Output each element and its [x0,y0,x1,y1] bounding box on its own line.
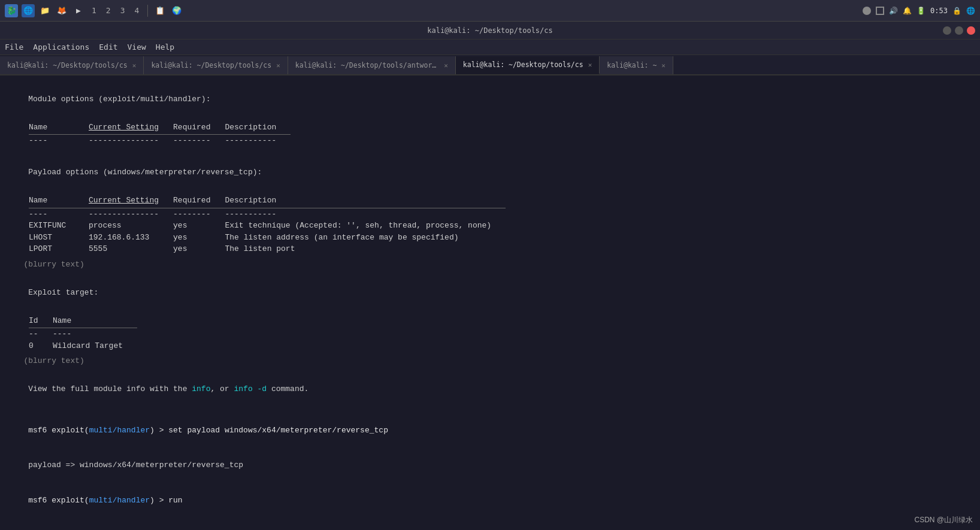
window-title: kali@kali: ~/Desktop/tools/cs [427,26,553,35]
th-etname: Name [53,315,137,328]
exitfunc-required: yes [173,220,225,232]
menu-edit[interactable]: Edit [99,43,117,52]
lport-required: yes [173,243,225,255]
table-row: EXITFUNC process yes Exit technique (Acc… [29,220,506,232]
term-started1: [*] Started reverse TCP handler on 192.1… [10,520,970,531]
td-required-dash: -------- [173,135,225,147]
tab-3[interactable]: kali@kali: ~/Desktop/tools/antword/AntSw… [288,56,456,74]
term-cmd2-suffix: ) > run [150,496,183,505]
tab-5-label: kali@kali: ~ [607,61,657,69]
tab-1-close[interactable]: ✕ [132,62,137,69]
exitfunc-name: EXITFUNC [29,220,89,232]
term-cmd2: msf6 exploit(multi/handler) > run [10,483,970,518]
td-desc-dash2: ----------- [225,208,506,220]
th2-name: Name [29,195,89,208]
menu-file[interactable]: File [5,43,23,52]
lhost-required: yes [173,232,225,244]
term-payload-options-header: Payload options (windows/meterpreter/rev… [10,155,970,190]
th2-required: Required [173,195,225,208]
taskbar-right: 🔊 🔔 🔋 0:53 🔒 🌐 [863,7,975,15]
term-handler-2: multi/handler [89,496,150,505]
lhost-desc: The listen address (an interface may be … [225,232,506,244]
et-id-dash: -- [29,328,53,340]
tab-1-label: kali@kali: ~/Desktop/tools/cs [7,61,128,69]
table-row: LHOST 192.168.6.133 yes The listen addre… [29,232,506,244]
td-name-dash2: ---- [29,208,89,220]
payload-options-table: Name Current Setting Required Descriptio… [29,195,506,255]
term-blurred-line: (blurry text) [10,259,970,271]
tab-3-label: kali@kali: ~/Desktop/tools/antword/AntSw… [295,61,439,69]
term-msf6-1: msf6 exploit( [28,426,89,435]
app-icon-kali[interactable]: 🐉 [5,4,18,17]
app-icon-ff2[interactable]: 🌍 [170,4,183,17]
exitfunc-setting: process [89,220,173,232]
minimize-button[interactable] [943,26,951,35]
th-name: Name [29,122,89,135]
td-setting-dash2: --------------- [89,208,173,220]
term-cmd1: msf6 exploit(multi/handler) > set payloa… [10,413,970,448]
lport-setting: 5555 [89,243,173,255]
term-cmd1-suffix: ) > set payload windows/x64/meterpreter/… [150,426,388,435]
tab-5-close[interactable]: ✕ [661,62,666,69]
workspace-1[interactable]: 1 [89,5,99,16]
table-row: LPORT 5555 yes The listen port [29,243,506,255]
workspace-3[interactable]: 3 [117,5,128,16]
term-handler-1: multi/handler [89,426,150,435]
lhost-setting: 192.168.6.133 [89,232,173,244]
tab-5[interactable]: kali@kali: ~ ✕ [600,56,673,74]
tab-2-close[interactable]: ✕ [276,62,280,69]
term-module-options-header: Module options (exploit/multi/handler): [10,81,970,117]
et-name-wildcard: Wildcard Target [53,340,137,352]
menu-applications[interactable]: Applications [33,43,89,52]
et-id-0: 0 [29,340,53,352]
sys-icon-network: 🌐 [966,7,975,15]
lhost-name: LHOST [29,232,89,244]
tab-3-close[interactable]: ✕ [444,62,448,69]
term-exploit-target-header: Exploit target: [10,275,970,310]
exitfunc-desc: Exit technique (Accepted: '', seh, threa… [225,220,506,232]
tabbar: kali@kali: ~/Desktop/tools/cs ✕ kali@kal… [0,55,980,75]
maximize-button[interactable] [955,26,963,35]
sep1 [147,5,148,17]
th-id: Id [29,315,53,328]
menu-help[interactable]: Help [156,43,174,52]
taskbar: 🐉 🌐 📁 🦊 ▶ 1 2 3 4 📋 🌍 🔊 🔔 🔋 0:53 🔒 🌐 [0,0,980,22]
table-row: -- ---- [29,328,137,340]
clock: 0:53 [930,7,948,15]
tab-4[interactable]: kali@kali: ~/Desktop/tools/cs ✕ [456,56,600,74]
menu-view[interactable]: View [128,43,146,52]
watermark: CSDN @山川绿水 [914,515,973,525]
table-row: 0 Wildcard Target [29,340,137,352]
app-icon-media[interactable]: ▶ [72,4,85,17]
app-icon-term[interactable]: 📋 [153,4,167,17]
app-icon-files[interactable]: 📁 [38,4,52,17]
tab-2[interactable]: kali@kali: ~/Desktop/tools/cs ✕ [144,56,288,74]
lport-name: LPORT [29,243,89,255]
terminal[interactable]: Module options (exploit/multi/handler): … [0,75,980,530]
sys-icon-lock: 🔒 [952,7,961,15]
th-required: Required [173,122,225,135]
td-required-dash2: -------- [173,208,225,220]
sys-icon-bell: 🔔 [903,7,912,15]
th-description: Description [225,122,291,135]
sys-icon-battery: 🔋 [917,7,925,15]
workspace-2[interactable]: 2 [103,5,114,16]
workspace-4[interactable]: 4 [131,5,142,16]
td-desc-dash: ----------- [225,135,291,147]
th2-description: Description [225,195,506,208]
tab-4-label: kali@kali: ~/Desktop/tools/cs [463,60,583,69]
term-payload-set: payload => windows/x64/meterpreter/rever… [10,448,970,483]
app-icon-firefox[interactable]: 🦊 [55,4,68,17]
term-blurred-line2: (blurry text) [10,355,970,367]
sys-icon-rect [876,7,884,15]
tab-1[interactable]: kali@kali: ~/Desktop/tools/cs ✕ [0,56,144,74]
td-name-dash: ---- [29,135,89,147]
app-icon-browser[interactable]: 🌐 [22,4,35,17]
lport-desc: The listen port [225,243,506,255]
th-current-setting: Current Setting [89,122,173,135]
close-button[interactable] [967,26,975,35]
term-view-info: View the full module info with the info,… [10,372,970,407]
sys-icon-circle [863,7,871,15]
tab-4-close[interactable]: ✕ [588,61,592,69]
td-setting-dash: --------------- [89,135,173,147]
